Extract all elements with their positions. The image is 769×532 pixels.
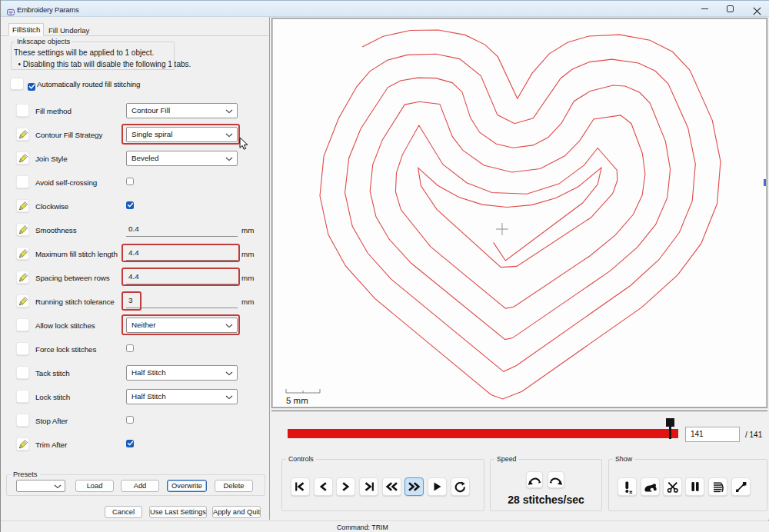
svg-text:5 mm: 5 mm xyxy=(286,396,308,405)
